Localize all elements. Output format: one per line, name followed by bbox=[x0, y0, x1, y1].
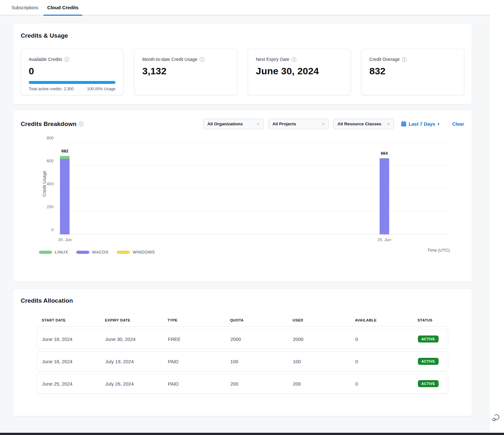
table-row: June 18, 2024 June 30, 2024 FREE 2000 20… bbox=[37, 329, 448, 349]
table-header-row: START DATE EXPIRY DATE TYPE QUOTA USED A… bbox=[37, 318, 448, 327]
chart-plot: Credit Usage 020040060080068220. Jun6642… bbox=[57, 143, 450, 234]
caret-down-icon: ▾ bbox=[437, 122, 439, 126]
stat-card-credit-overage: Credit Overage i 832 bbox=[361, 49, 464, 95]
next-expiry-value: June 30, 2024 bbox=[256, 66, 343, 77]
col-start-date: START DATE bbox=[37, 318, 100, 322]
y-tick-label: 400 bbox=[47, 181, 54, 186]
credits-usage-section: Credits & Usage Available Credits i 0 To… bbox=[13, 23, 472, 104]
tab-bar: Subscriptions Cloud Credits bbox=[0, 0, 490, 15]
legend-item-macos[interactable]: MACOS bbox=[76, 250, 108, 254]
credits-usage-title: Credits & Usage bbox=[21, 32, 464, 39]
bar-segment-linux bbox=[60, 156, 70, 159]
legend-label: WINDOWS bbox=[133, 250, 155, 254]
cell-used: 200 bbox=[288, 381, 350, 387]
cell-quota: 100 bbox=[225, 359, 288, 364]
main-content: Subscriptions Cloud Credits Credits & Us… bbox=[0, 0, 490, 433]
right-gutter bbox=[490, 0, 504, 433]
cell-start-date: June 25, 2024 bbox=[37, 381, 100, 387]
calendar-icon bbox=[401, 121, 406, 127]
y-tick-label: 800 bbox=[47, 136, 54, 140]
resource-classes-select-value: All Resource Classes bbox=[337, 122, 381, 126]
legend-swatch bbox=[117, 251, 130, 254]
credit-overage-value: 832 bbox=[369, 66, 456, 77]
bottom-bar bbox=[0, 433, 504, 435]
available-credits-label: Available Credits bbox=[29, 57, 62, 62]
organizations-select[interactable]: All Organizations bbox=[203, 119, 264, 129]
usage-percent-label: 100.00% Usage bbox=[87, 87, 115, 91]
cell-used: 2000 bbox=[288, 336, 350, 342]
y-tick-label: 200 bbox=[47, 204, 54, 209]
breakdown-header: Credits Breakdown i All Organizations Al… bbox=[21, 119, 464, 129]
cell-start-date: June 18, 2024 bbox=[37, 359, 100, 364]
tab-cloud-credits-label: Cloud Credits bbox=[47, 5, 78, 10]
cell-available: 0 bbox=[350, 381, 413, 387]
info-icon[interactable]: i bbox=[402, 57, 407, 62]
cell-expiry-date: June 30, 2024 bbox=[100, 336, 163, 342]
help-chat-icon[interactable] bbox=[491, 413, 500, 423]
stat-card-row: Available Credits i 0 Total active credi… bbox=[21, 49, 464, 95]
next-expiry-label: Next Expiry Date bbox=[256, 57, 289, 62]
status-badge: ACTIVE bbox=[418, 380, 439, 387]
credits-breakdown-title: Credits Breakdown bbox=[21, 121, 77, 128]
cell-quota: 200 bbox=[225, 381, 288, 387]
credits-allocation-table: START DATE EXPIRY DATE TYPE QUOTA USED A… bbox=[37, 318, 448, 394]
tab-cloud-credits[interactable]: Cloud Credits bbox=[43, 0, 83, 15]
cell-available: 0 bbox=[350, 359, 413, 364]
col-expiry-date: EXPIRY DATE bbox=[100, 318, 162, 322]
credits-allocation-section: Credits Allocation START DATE EXPIRY DAT… bbox=[13, 289, 472, 416]
gridline bbox=[57, 142, 450, 143]
table-row: June 18, 2024 July 19, 2024 PAID 100 100… bbox=[37, 351, 448, 371]
legend-item-linux[interactable]: LINUX bbox=[39, 250, 68, 254]
stat-label: Month-to-date Credit Usage i bbox=[142, 57, 229, 62]
cell-available: 0 bbox=[350, 336, 413, 342]
clear-filters-button[interactable]: Clear bbox=[452, 121, 464, 127]
bar-segment-macos bbox=[60, 159, 70, 234]
date-range-picker[interactable]: Last 7 Days ▾ bbox=[401, 121, 439, 127]
status-badge: ACTIVE bbox=[418, 335, 439, 343]
table-row: June 25, 2024 July 26, 2024 PAID 200 200… bbox=[37, 374, 448, 394]
gridline bbox=[57, 188, 450, 188]
col-used: USED bbox=[287, 318, 350, 322]
date-range-value: Last 7 Days bbox=[409, 121, 435, 127]
cell-start-date: June 18, 2024 bbox=[37, 336, 100, 342]
stat-card-mtd-usage: Month-to-date Credit Usage i 3,132 bbox=[134, 49, 237, 95]
projects-select[interactable]: All Projects bbox=[268, 119, 329, 129]
cell-type: PAID bbox=[163, 359, 225, 364]
legend-swatch bbox=[76, 251, 89, 254]
cell-expiry-date: July 26, 2024 bbox=[100, 381, 163, 387]
chart-bar-20-jun[interactable] bbox=[60, 156, 70, 234]
info-icon[interactable]: i bbox=[64, 57, 69, 62]
credit-overage-label: Credit Overage bbox=[369, 57, 400, 62]
cell-expiry-date: July 19, 2024 bbox=[100, 359, 163, 364]
info-icon[interactable]: i bbox=[292, 57, 296, 62]
bar-total-label: 664 bbox=[381, 151, 388, 156]
organizations-select-value: All Organizations bbox=[207, 122, 243, 126]
x-axis-title: Time (UTC) bbox=[427, 248, 450, 253]
col-quota: QUOTA bbox=[225, 318, 287, 322]
gridline bbox=[57, 165, 450, 166]
credits-progress-track bbox=[29, 81, 115, 84]
available-credits-value: 0 bbox=[29, 66, 115, 77]
gridline bbox=[57, 234, 450, 234]
tab-subscriptions[interactable]: Subscriptions bbox=[7, 0, 43, 15]
projects-select-value: All Projects bbox=[272, 122, 296, 126]
chart-bar-25-jun[interactable] bbox=[380, 158, 389, 234]
chevron-down-icon bbox=[256, 122, 260, 126]
cell-used: 100 bbox=[288, 359, 350, 364]
chevron-down-icon bbox=[321, 122, 325, 126]
y-axis-title: Credit Usage bbox=[42, 171, 47, 197]
cell-quota: 2000 bbox=[225, 336, 288, 342]
bar-total-label: 682 bbox=[62, 149, 69, 153]
credit-usage-chart: Credit Usage 020040060080068220. Jun6642… bbox=[21, 143, 464, 238]
x-tick-mark bbox=[384, 234, 385, 236]
y-tick-label: 0 bbox=[51, 227, 54, 232]
credits-breakdown-section: Credits Breakdown i All Organizations Al… bbox=[13, 110, 472, 282]
legend-item-windows[interactable]: WINDOWS bbox=[117, 250, 155, 254]
credits-allocation-title: Credits Allocation bbox=[21, 297, 464, 304]
resource-classes-select[interactable]: All Resource Classes bbox=[333, 119, 394, 129]
total-active-credits-label: Total active credits: 2,300 bbox=[29, 87, 74, 91]
y-tick-label: 600 bbox=[47, 159, 54, 163]
info-icon[interactable]: i bbox=[79, 122, 84, 126]
info-icon[interactable]: i bbox=[200, 57, 204, 62]
cell-type: FREE bbox=[163, 336, 225, 342]
